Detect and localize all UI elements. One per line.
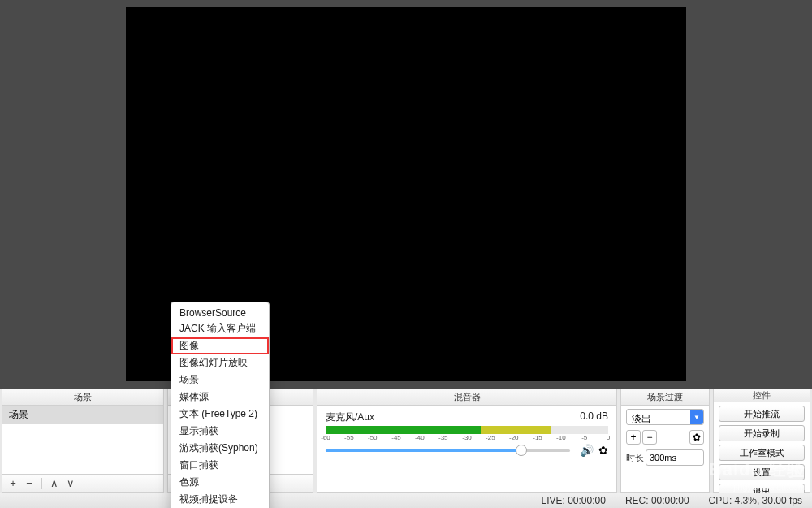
tick: -20 — [509, 434, 519, 441]
bottom-panels: 场景 场景 + − ∧ ∨ 来源 + − ✿ ∧ ∨ — [0, 389, 812, 493]
transition-select[interactable]: 淡出 ▼ — [626, 409, 704, 425]
menu-item-media-source[interactable]: 媒体源 — [171, 389, 269, 406]
controls-header: 控件 — [714, 389, 810, 402]
transition-add-button[interactable]: + — [626, 430, 641, 445]
tick: -10 — [556, 434, 566, 441]
preview-area — [0, 0, 812, 389]
tick: -50 — [368, 434, 378, 441]
scene-up-button[interactable]: ∧ — [47, 476, 62, 491]
channel-name: 麦克风/Aux — [326, 410, 374, 424]
menu-item-window-capture[interactable]: 窗口捕获 — [171, 457, 269, 474]
slider-thumb[interactable] — [516, 445, 527, 456]
status-live: LIVE: 00:00:00 — [541, 495, 605, 506]
volume-slider[interactable] — [326, 449, 570, 452]
settings-button[interactable]: 设置 — [719, 464, 805, 480]
menu-item-image[interactable]: 图像 — [171, 337, 269, 354]
add-scene-button[interactable]: + — [6, 476, 20, 491]
menu-item-display-capture[interactable]: 显示捕获 — [171, 423, 269, 440]
tick: 0 — [607, 434, 610, 441]
tick: -40 — [415, 434, 425, 441]
scenes-toolbar: + − ∧ ∨ — [2, 474, 163, 492]
app-root: 场景 场景 + − ∧ ∨ 来源 + − ✿ ∧ ∨ — [0, 0, 812, 508]
mixer-body: 麦克风/Aux 0.0 dB -60 -55 -50 -45 -40 -35 -… — [317, 406, 616, 492]
tick: -55 — [344, 434, 354, 441]
status-cpu: CPU: 4.3%, 30.00 fps — [709, 495, 802, 506]
scene-down-button[interactable]: ∨ — [63, 476, 78, 491]
transitions-body: 淡出 ▼ + − ✿ 时长 300ms — [621, 406, 709, 469]
tick: -15 — [533, 434, 542, 441]
menu-item-scene[interactable]: 场景 — [171, 371, 269, 389]
controls-panel: 控件 开始推流 开始录制 工作室模式 设置 退出 — [713, 389, 810, 493]
mixer-panel: 混音器 麦克风/Aux 0.0 dB -60 -55 -50 -45 -40 — [317, 389, 617, 493]
menu-item-browsersource[interactable]: BrowserSource — [171, 306, 269, 320]
duration-value: 300ms — [646, 453, 680, 462]
scenes-header: 场景 — [2, 389, 163, 406]
tick: -45 — [391, 434, 401, 441]
mixer-controls: 🔊 ✿ — [326, 444, 608, 457]
duration-spinbox[interactable]: 300ms — [646, 449, 704, 466]
mixer-channel: 麦克风/Aux 0.0 dB -60 -55 -50 -45 -40 -35 -… — [317, 406, 616, 462]
tick: -30 — [462, 434, 472, 441]
tick: -5 — [581, 434, 587, 441]
chevron-updown-icon: ▼ — [690, 410, 703, 424]
mixer-channel-top: 麦克风/Aux 0.0 dB — [326, 410, 608, 424]
transition-remove-button[interactable]: − — [642, 430, 657, 445]
remove-scene-button[interactable]: − — [22, 476, 37, 491]
menu-item-image-slideshow[interactable]: 图像幻灯片放映 — [171, 354, 269, 371]
transition-settings-button[interactable]: ✿ — [689, 430, 704, 445]
menu-item-video-capture[interactable]: 视频捕捉设备 — [171, 491, 269, 508]
tick: -25 — [486, 434, 495, 441]
start-record-button[interactable]: 开始录制 — [719, 425, 805, 441]
menu-item-text-freetype[interactable]: 文本 (FreeType 2) — [171, 406, 269, 423]
mixer-header: 混音器 — [317, 389, 616, 406]
scenes-panel: 场景 场景 + − ∧ ∨ — [2, 389, 164, 493]
add-source-context-menu[interactable]: BrowserSource JACK 输入客户端 图像 图像幻灯片放映 场景 媒… — [171, 302, 270, 508]
studio-mode-button[interactable]: 工作室模式 — [719, 445, 805, 461]
duration-label: 时长 — [626, 452, 644, 464]
tick: -60 — [321, 434, 330, 441]
menu-item-color-source[interactable]: 色源 — [171, 474, 269, 491]
audio-meter: -60 -55 -50 -45 -40 -35 -30 -25 -20 -15 … — [326, 426, 608, 439]
channel-gear-icon[interactable]: ✿ — [598, 444, 608, 457]
transitions-panel: 场景过渡 淡出 ▼ + − ✿ 时长 300ms — [620, 389, 710, 493]
scenes-list[interactable]: 场景 — [2, 406, 163, 474]
start-stream-button[interactable]: 开始推流 — [719, 406, 805, 422]
transitions-header: 场景过渡 — [621, 389, 709, 406]
mute-icon[interactable]: 🔊 — [580, 444, 594, 457]
controls-body: 开始推流 开始录制 工作室模式 设置 退出 — [714, 402, 810, 503]
channel-level: 0.0 dB — [580, 410, 608, 424]
status-bar: LIVE: 00:00:00 REC: 00:00:00 CPU: 4.3%, … — [0, 493, 812, 508]
tick: -35 — [438, 434, 448, 441]
menu-item-game-capture[interactable]: 游戏捕获(Syphon) — [171, 440, 269, 457]
separator — [41, 478, 42, 489]
menu-item-jack-input[interactable]: JACK 输入客户端 — [171, 320, 269, 337]
status-rec: REC: 00:00:00 — [625, 495, 689, 506]
scene-item[interactable]: 场景 — [2, 406, 163, 424]
